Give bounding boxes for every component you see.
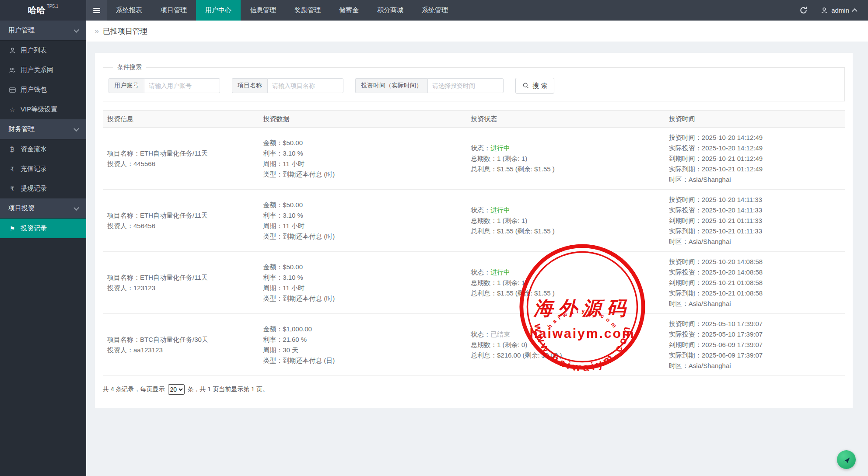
sidebar-group-project-invest[interactable]: 项目投资 bbox=[0, 198, 86, 219]
refresh-icon[interactable] bbox=[799, 6, 808, 14]
table-row: 项目名称：ETH自动量化任务/11天投资人：123123金额：$50.00利率：… bbox=[103, 252, 845, 314]
invest-info-cell: 项目名称：BTC自动量化任务/30天投资人：aa123123 bbox=[103, 320, 259, 370]
field-line: 状态：已结束 bbox=[471, 330, 665, 338]
search-field-user-account: 用户账号 bbox=[108, 78, 220, 93]
invest-info-cell: 项目名称：ETH自动量化任务/11天投资人：456456 bbox=[103, 195, 259, 246]
nav-tab-user-center[interactable]: 用户中心 bbox=[196, 0, 241, 21]
search-button-label: 搜 索 bbox=[532, 82, 547, 90]
field-line: 实际投资：2025-05-10 17:39:07 bbox=[669, 330, 845, 338]
app-version-badge: TP5.1 bbox=[47, 0, 59, 9]
nav-tab-reward[interactable]: 奖励管理 bbox=[285, 0, 330, 21]
field-line: 投资人：aa123123 bbox=[107, 346, 259, 354]
field-line: 实际到期：2025-10-21 01:08:58 bbox=[669, 289, 845, 297]
field-line: 利率：3.10 % bbox=[263, 149, 466, 157]
invest-time-cell: 投资时间：2025-10-20 14:12:49实际投资：2025-10-20 … bbox=[665, 133, 845, 184]
nav-tab-system[interactable]: 系统管理 bbox=[413, 0, 457, 21]
invest-time-cell: 投资时间：2025-10-20 14:11:33实际投资：2025-10-20 … bbox=[665, 195, 845, 246]
field-line: 时区：Asia/Shanghai bbox=[669, 361, 845, 370]
sidebar-group-label: 项目投资 bbox=[8, 204, 35, 212]
field-line: 金额：$50.00 bbox=[263, 263, 466, 271]
search-field-project-name: 项目名称 bbox=[232, 78, 343, 93]
field-line: 投资人：456456 bbox=[107, 222, 259, 230]
pagination-text-after: 条，共 1 页当前显示第 1 页。 bbox=[188, 386, 269, 393]
sidebar-item-user-list[interactable]: 用户列表 bbox=[0, 41, 86, 60]
sidebar-item-invest-record[interactable]: ⚑投资记录 bbox=[0, 219, 86, 238]
sidebar-group-finance-mgmt[interactable]: 财务管理 bbox=[0, 119, 86, 139]
search-row: 用户账号项目名称投资时间（实际时间） 搜 索 bbox=[108, 78, 839, 94]
nav-tab-report[interactable]: 系统报表 bbox=[107, 0, 151, 21]
sidebar-item-vip-level[interactable]: ☆VIP等级设置 bbox=[0, 100, 86, 119]
chevron-down-icon bbox=[74, 27, 79, 33]
users-icon bbox=[8, 67, 16, 74]
field-line: 总期数：1 (剩余: 1) bbox=[471, 278, 665, 287]
invest-status-cell: 状态：已结束总期数：1 (剩余: 0)总利息：$216.00 (剩余: $0.0… bbox=[466, 320, 665, 370]
pagination: 共 4 条记录，每页显示 20 条，共 1 页当前显示第 1 页。 bbox=[103, 376, 845, 395]
field-line: 实际到期：2025-06-09 17:39:07 bbox=[669, 351, 845, 359]
field-line: 项目名称：ETH自动量化任务/11天 bbox=[107, 149, 259, 157]
sidebar-item-fund-flow[interactable]: ₿资金流水 bbox=[0, 139, 86, 159]
sidebar-item-withdraw-record[interactable]: ₹提现记录 bbox=[0, 179, 86, 198]
nav-tab-points-mall[interactable]: 积分商城 bbox=[368, 0, 413, 21]
main-area: » 已投项目管理 条件搜索 用户账号项目名称投资时间（实际时间） 搜 索 投资信… bbox=[86, 21, 868, 476]
breadcrumb: » 已投项目管理 bbox=[86, 21, 868, 42]
invest-time-input[interactable] bbox=[427, 78, 504, 93]
sidebar-item-user-network[interactable]: 用户关系网 bbox=[0, 60, 86, 80]
invest-table: 投资信息投资数据投资状态投资时间 项目名称：ETH自动量化任务/11天投资人：4… bbox=[103, 110, 845, 376]
invest-data-cell: 金额：$1,000.00利率：21.60 %周期：30 天类型：到期还本付息 (… bbox=[259, 320, 466, 370]
floating-action-button[interactable] bbox=[837, 450, 856, 469]
field-line: 到期时间：2025-10-21 01:12:49 bbox=[669, 154, 845, 163]
column-header: 投资状态 bbox=[466, 115, 665, 123]
column-header: 投资时间 bbox=[665, 115, 845, 123]
field-label: 项目名称 bbox=[232, 78, 267, 93]
invest-data-cell: 金额：$50.00利率：3.10 %周期：11 小时类型：到期还本付息 (时) bbox=[259, 195, 466, 246]
field-line: 到期时间：2025-10-21 01:11:33 bbox=[669, 216, 845, 225]
search-button[interactable]: 搜 索 bbox=[515, 78, 554, 94]
project-name-input[interactable] bbox=[267, 78, 343, 93]
top-bar: 哈哈 TP5.1 系统报表项目管理用户中心信息管理奖励管理储蓄金积分商城系统管理… bbox=[0, 0, 868, 21]
flag-icon: ⚑ bbox=[8, 226, 16, 232]
field-line: 时区：Asia/Shanghai bbox=[669, 237, 845, 246]
rupee-icon: ₹ bbox=[8, 166, 16, 172]
admin-menu[interactable]: admin bbox=[821, 7, 857, 14]
table-row: 项目名称：ETH自动量化任务/11天投资人：456456金额：$50.00利率：… bbox=[103, 190, 845, 252]
field-line: 总利息：$1.55 (剩余: $1.55 ) bbox=[471, 165, 665, 173]
field-line: 投资人：123123 bbox=[107, 284, 259, 292]
column-header: 投资数据 bbox=[259, 115, 466, 123]
field-line: 类型：到期还本付息 (时) bbox=[263, 170, 466, 178]
field-line: 金额：$1,000.00 bbox=[263, 325, 466, 333]
sidebar-item-label: VIP等级设置 bbox=[21, 105, 57, 114]
nav-tab-info[interactable]: 信息管理 bbox=[241, 0, 285, 21]
nav-tab-project[interactable]: 项目管理 bbox=[151, 0, 196, 21]
menu-toggle-icon[interactable] bbox=[86, 0, 107, 21]
double-chevron-icon: » bbox=[94, 27, 99, 35]
field-line: 周期：30 天 bbox=[263, 346, 466, 354]
user-account-input[interactable] bbox=[144, 78, 220, 93]
sidebar-item-label: 用户关系网 bbox=[21, 66, 53, 74]
field-line: 到期时间：2025-06-09 17:39:07 bbox=[669, 340, 845, 349]
sidebar-item-user-wallet[interactable]: 用户钱包 bbox=[0, 80, 86, 100]
field-line: 实际到期：2025-10-21 01:12:49 bbox=[669, 165, 845, 173]
invest-info-cell: 项目名称：ETH自动量化任务/11天投资人：123123 bbox=[103, 257, 259, 308]
wallet-icon bbox=[8, 87, 16, 93]
invest-info-cell: 项目名称：ETH自动量化任务/11天投资人：445566 bbox=[103, 133, 259, 184]
page-size-select[interactable]: 20 bbox=[168, 384, 185, 395]
nav-tab-savings[interactable]: 储蓄金 bbox=[330, 0, 368, 21]
app-logo-text: 哈哈 bbox=[28, 4, 46, 16]
sidebar-item-label: 用户钱包 bbox=[21, 86, 47, 94]
sidebar-item-label: 投资记录 bbox=[21, 224, 47, 233]
field-line: 项目名称：ETH自动量化任务/11天 bbox=[107, 273, 259, 281]
sidebar-item-recharge-record[interactable]: ₹充值记录 bbox=[0, 159, 86, 179]
invest-data-cell: 金额：$50.00利率：3.10 %周期：11 小时类型：到期还本付息 (时) bbox=[259, 257, 466, 308]
table-body: 项目名称：ETH自动量化任务/11天投资人：445566金额：$50.00利率：… bbox=[103, 128, 845, 376]
field-line: 状态：进行中 bbox=[471, 206, 665, 214]
search-panel: 条件搜索 用户账号项目名称投资时间（实际时间） 搜 索 bbox=[103, 63, 845, 101]
field-line: 投资时间：2025-10-20 14:12:49 bbox=[669, 133, 845, 142]
field-line: 金额：$50.00 bbox=[263, 201, 466, 209]
chevron-down-icon bbox=[74, 205, 79, 211]
field-line: 状态：进行中 bbox=[471, 144, 665, 152]
table-header: 投资信息投资数据投资状态投资时间 bbox=[103, 110, 845, 128]
table-row: 项目名称：ETH自动量化任务/11天投资人：445566金额：$50.00利率：… bbox=[103, 128, 845, 190]
column-header: 投资信息 bbox=[103, 115, 259, 123]
sidebar-group-user-mgmt[interactable]: 用户管理 bbox=[0, 21, 86, 41]
invest-time-cell: 投资时间：2025-05-10 17:39:07实际投资：2025-05-10 … bbox=[665, 320, 845, 370]
